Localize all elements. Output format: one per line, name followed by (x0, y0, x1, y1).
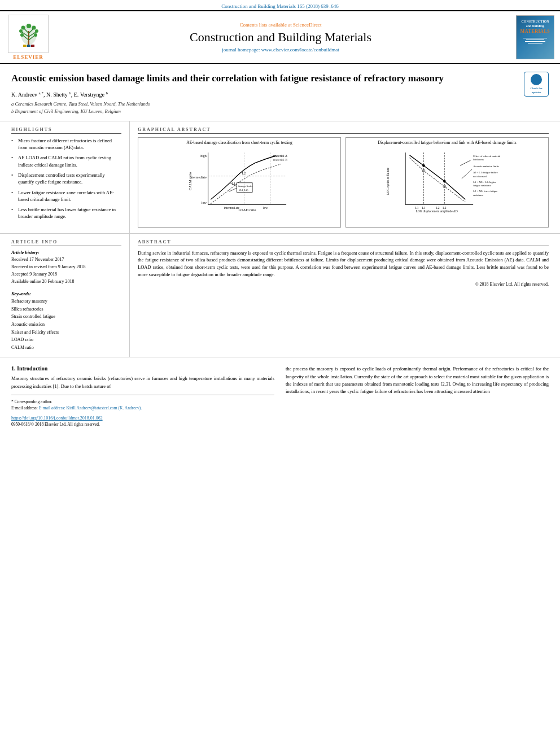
svg-rect-16 (23, 45, 27, 47)
intro-left: 1. Introduction Masonry structures of re… (11, 365, 274, 427)
svg-point-10 (19, 29, 23, 33)
svg-text:(L1, L2): (L1, L2) (239, 189, 248, 192)
introduction-section: 1. Introduction Masonry structures of re… (0, 357, 560, 435)
highlights-graphical-section: HIGHLIGHTS Micro fracture of different r… (0, 121, 560, 234)
journal-header-center: Contents lists available at ScienceDirec… (51, 22, 510, 53)
svg-point-51 (443, 180, 446, 183)
affiliations: a Ceramics Research Centre, Tata Steel, … (11, 101, 549, 115)
svg-text:L2: L2 (436, 206, 439, 209)
keyword: LOAD ratio (11, 336, 121, 344)
affiliation-b: b Department of Civil Engineering, KU Le… (11, 108, 549, 115)
svg-text:L2: L2 (242, 172, 246, 175)
footnote: * Corresponding author. E-mail address: … (11, 395, 274, 427)
sciencedirect-label: Contents lists available at ScienceDirec… (51, 22, 510, 28)
elsevier-brand-text: ELSEVIER (13, 54, 43, 60)
intro-text-left: Masonry structures of refractory ceramic… (11, 375, 274, 390)
ga-charts: AE-based damage classification from shor… (138, 137, 549, 228)
journal-homepage: journal homepage: www.elsevier.com/locat… (51, 47, 510, 53)
journal-title: Construction and Building Materials (51, 30, 510, 45)
footnote-star: * Corresponding author. (11, 399, 274, 405)
svg-point-9 (20, 33, 24, 37)
sciencedirect-link-text[interactable]: ScienceDirect (293, 22, 321, 28)
elsevier-logo: ELSEVIER (6, 15, 51, 60)
svg-text:Effect of reduced material: Effect of reduced material (473, 155, 501, 158)
affiliation-a: a Ceramics Research Centre, Tata Steel, … (11, 101, 549, 108)
article-history: Article history: Received 17 November 20… (11, 250, 121, 286)
svg-text:low: low (202, 201, 207, 204)
svg-point-12 (34, 33, 37, 37)
check-updates-badge: Check for updates (524, 72, 549, 97)
abstract-text: During service in industrial furnaces, r… (138, 250, 549, 278)
ga-chart-1-title: AE-based damage classification from shor… (141, 140, 338, 146)
highlight-item: Micro fracture of different refractories… (11, 137, 121, 151)
intro-text-right: the process the masonry is exposed to cy… (286, 365, 549, 395)
svg-text:LOAD ratio: LOAD ratio (238, 208, 256, 212)
svg-text:L2: L2 (443, 206, 446, 209)
journal-cover: Construction and Building MATERIALS (516, 15, 554, 59)
page: Construction and Building Materials 165 … (0, 0, 560, 747)
svg-point-15 (27, 24, 31, 28)
svg-point-14 (32, 25, 36, 29)
highlight-item: Less brittle material has lower fatigue … (11, 206, 121, 220)
graphical-abstract-col: GRAPHICAL ABSTRACT AE-based damage class… (130, 121, 549, 233)
svg-text:not observed: not observed (473, 175, 487, 178)
footnote-email: E-mail address: E-mail address: Kirill.A… (11, 405, 274, 411)
svg-text:Δ0 < L1: fatigue failure: Δ0 < L1: fatigue failure (473, 172, 498, 174)
revised-date: Received in revised form 9 January 2018 (11, 264, 121, 271)
ga-chart-1-svg: CALM ratio LOAD ratio high intermediate … (141, 147, 338, 215)
svg-text:L1 < ΔD < L2: higher: L1 < ΔD < L2: higher (473, 181, 496, 184)
keyword: Refractory masonry (11, 298, 121, 305)
article-info-abstract-section: ARTICLE INFO Article history: Received 1… (0, 234, 560, 358)
keywords-label: Keywords: (11, 290, 121, 298)
svg-point-13 (35, 29, 38, 33)
keywords: Keywords: Refractory masonry Silica refr… (11, 290, 121, 352)
citation-text: Construction and Building Materials 165 … (221, 3, 338, 9)
highlights-list: Micro fracture of different refractories… (11, 137, 121, 220)
svg-text:L2 < ΔD: lower fatigue: L2 < ΔD: lower fatigue (473, 190, 497, 193)
keyword: Silica refractories (11, 305, 121, 313)
keyword: Strain controlled fatigue (11, 313, 121, 321)
svg-text:L1: L1 (422, 206, 425, 209)
abstract-col: ABSTRACT During service in industrial fu… (130, 234, 549, 357)
article-title: Acoustic emission based damage limits an… (11, 72, 549, 85)
article-info-col: ARTICLE INFO Article history: Received 1… (11, 234, 130, 357)
keyword: Acoustic emission (11, 321, 121, 329)
authors-line: K. Andreev a,*, N. Shetty b, E. Verstryn… (11, 91, 549, 98)
svg-text:brittleness: brittleness (473, 158, 484, 161)
article-title-section: Acoustic emission based damage limits an… (0, 64, 560, 121)
svg-text:high: high (200, 154, 207, 158)
svg-line-64 (462, 169, 472, 179)
accepted-date: Accepted 9 January 2018 (11, 271, 121, 278)
intro-right: the process the masonry is exposed to cy… (286, 365, 549, 427)
highlights-label: HIGHLIGHTS (11, 127, 121, 134)
cover-title: Construction and Building MATERIALS (520, 20, 550, 55)
doi-link[interactable]: https://doi.org/10.1016/j.conbuildmat.20… (11, 416, 274, 421)
highlight-item: Displacement controlled tests experiment… (11, 172, 121, 186)
homepage-url[interactable]: www.elsevier.com/locate/conbuildmat (261, 47, 339, 53)
cover-box: Construction and Building MATERIALS (516, 15, 554, 59)
svg-text:low: low (263, 206, 268, 209)
article-info-label: ARTICLE INFO (11, 239, 121, 246)
ga-chart-2-svg: LOG cycles to failure LOG displacement a… (348, 147, 546, 215)
ga-chart-2-title: Displacement-controlled fatigue behaviou… (348, 140, 546, 146)
svg-line-39 (229, 188, 237, 191)
svg-text:CALM ratio: CALM ratio (188, 172, 192, 190)
email-link[interactable]: E-mail address: Kirill.Andreev@tatasteel… (39, 405, 142, 410)
svg-text:intermed ate: intermed ate (224, 206, 239, 209)
journal-header: ELSEVIER Contents lists available at Sci… (0, 10, 560, 64)
article-title-text: Acoustic emission based damage limits an… (11, 73, 444, 84)
bottom-copyright: 0950-0618/© 2018 Elsevier Ltd. All right… (11, 422, 274, 427)
svg-text:intermediate: intermediate (190, 176, 207, 180)
svg-text:resistance: resistance (473, 194, 483, 196)
history-label: Article history: (11, 250, 121, 257)
svg-text:LOG displacement amplitude ΔD: LOG displacement amplitude ΔD (415, 210, 457, 213)
svg-text:L1: L1 (415, 206, 418, 209)
abstract-label: ABSTRACT (138, 239, 549, 246)
authors-text: K. Andreev a,*, N. Shetty b, E. Verstryn… (11, 91, 108, 98)
highlight-item: AE LOAD and CALM ratios from cyclic test… (11, 154, 121, 168)
ga-chart-1: AE-based damage classification from shor… (138, 137, 341, 228)
svg-text:damage limits: damage limits (238, 185, 252, 188)
check-updates-text: Check for updates (526, 86, 547, 94)
svg-rect-17 (27, 45, 30, 47)
abstract-copyright: © 2018 Elsevier Ltd. All rights reserved… (138, 282, 549, 287)
